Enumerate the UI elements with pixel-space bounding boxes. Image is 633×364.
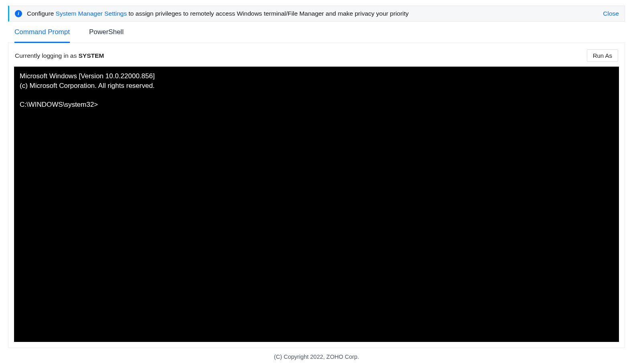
info-banner: i Configure System Manager Settings to a…	[8, 6, 625, 22]
banner-message: Configure System Manager Settings to ass…	[27, 10, 595, 17]
login-status: Currently logging in as SYSTEM	[15, 52, 104, 59]
terminal-line-1: Microsoft Windows [Version 10.0.22000.85…	[20, 72, 155, 80]
terminal-output[interactable]: Microsoft Windows [Version 10.0.22000.85…	[14, 67, 619, 342]
shell-tabs: Command Prompt PowerShell	[8, 22, 625, 43]
system-manager-settings-link[interactable]: System Manager Settings	[56, 10, 127, 17]
tab-powershell[interactable]: PowerShell	[89, 28, 124, 43]
terminal-card: Currently logging in as SYSTEM Run As Mi…	[8, 43, 625, 348]
banner-close-link[interactable]: Close	[603, 10, 619, 17]
terminal-prompt: C:\WINDOWS\system32>	[20, 101, 98, 108]
banner-prefix: Configure	[27, 10, 56, 17]
tab-command-prompt[interactable]: Command Prompt	[14, 28, 70, 43]
login-status-prefix: Currently logging in as	[15, 52, 79, 59]
login-status-user: SYSTEM	[79, 52, 104, 59]
status-row: Currently logging in as SYSTEM Run As	[14, 43, 619, 67]
run-as-button[interactable]: Run As	[587, 49, 618, 62]
banner-suffix: to assign privileges to remotely access …	[127, 10, 409, 17]
info-icon: i	[15, 10, 22, 17]
terminal-line-2: (c) Microsoft Corporation. All rights re…	[20, 82, 155, 89]
footer-copyright: (C) Copyright 2022, ZOHO Corp.	[8, 348, 625, 364]
